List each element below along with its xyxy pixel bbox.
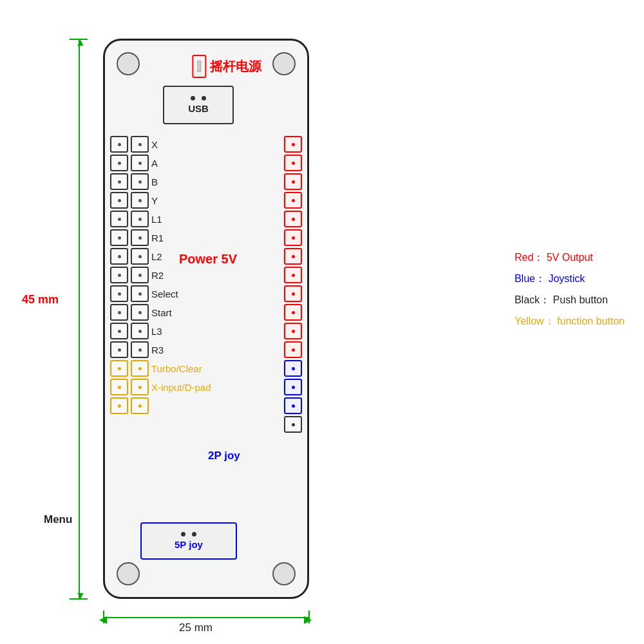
joy-5p-dot-1 <box>181 532 185 536</box>
pin-box-a1 <box>110 155 128 171</box>
pin-label-y: Y <box>151 195 209 206</box>
power-connector-inner <box>197 61 201 72</box>
legend-black: Black： Push button <box>515 294 625 307</box>
pin-box-b2 <box>131 173 149 190</box>
pin-box-start1 <box>110 304 128 321</box>
pin-row-a: A <box>110 155 211 171</box>
pin-box-turbo2 <box>131 360 149 377</box>
pin-label-l3: L3 <box>151 326 209 337</box>
pin-box-x <box>110 136 128 153</box>
corner-circle-bl <box>117 562 140 585</box>
menu-label: Menu <box>44 513 72 526</box>
dim-vert-line <box>79 39 80 599</box>
right-pin-6 <box>284 229 302 246</box>
corner-circle-br <box>272 562 296 585</box>
usb-connector: USB <box>163 86 234 124</box>
right-pin-11 <box>284 323 302 339</box>
power-connector <box>192 55 206 78</box>
dim-horiz-line <box>103 617 309 618</box>
corner-circle-tl <box>117 52 140 75</box>
pin-row-y: Y <box>110 192 211 209</box>
pin-label-select: Select <box>151 289 209 299</box>
pin-box-l2b <box>131 248 149 265</box>
usb-label: USB <box>188 103 209 114</box>
pin-row-menu <box>110 397 211 414</box>
legend: Red： 5V Output Blue： Joystick Black： Pus… <box>515 251 625 336</box>
pin-box-y2 <box>131 192 149 209</box>
pin-box-b1 <box>110 173 128 190</box>
pin-label-xinput: X-input/D-pad <box>151 382 211 393</box>
dim-tick-right <box>308 611 310 623</box>
right-pin-black-1 <box>284 416 302 433</box>
pin-label-r2: R2 <box>151 270 209 281</box>
right-pin-4 <box>284 192 302 209</box>
right-pin-1 <box>284 136 302 153</box>
pin-label-b: B <box>151 176 209 187</box>
pin-row-l1: L1 <box>110 211 211 227</box>
pin-box-r3a <box>110 341 128 358</box>
pin-box-menu2 <box>131 397 149 414</box>
right-pin-12 <box>284 341 302 358</box>
pin-box-r3b <box>131 341 149 358</box>
right-pins <box>284 136 302 433</box>
pin-box-l1b <box>131 211 149 227</box>
dim-tick-top <box>70 39 88 40</box>
usb-dots <box>191 96 206 100</box>
joy-5p-connector: 5P joy <box>140 522 237 560</box>
pin-row-x: X <box>110 136 211 153</box>
right-pin-10 <box>284 304 302 321</box>
joy-2p-text: 2P joy <box>208 450 240 462</box>
legend-yellow: Yellow： function button <box>515 315 625 328</box>
usb-dot-2 <box>202 96 206 100</box>
pin-label-a: A <box>151 158 209 169</box>
pin-box-xinput1 <box>110 379 128 395</box>
pin-label-r1: R1 <box>151 232 209 243</box>
right-pin-blue-2 <box>284 379 302 395</box>
pin-row-xinput: X-input/D-pad <box>110 379 211 395</box>
legend-red: Red： 5V Output <box>515 251 625 265</box>
pin-row-r3: R3 <box>110 341 211 358</box>
pin-label-l1: L1 <box>151 214 209 225</box>
pin-box-l3b <box>131 323 149 339</box>
pin-row-b: B <box>110 173 211 190</box>
dim-tick-left <box>103 611 104 623</box>
right-pin-8 <box>284 267 302 283</box>
dim-horiz-arrow-right: ▶ <box>304 613 312 625</box>
right-pin-5 <box>284 211 302 227</box>
pin-box-turbo1 <box>110 360 128 377</box>
pin-label-turbo: Turbo/Clear <box>151 363 209 374</box>
left-pins: X A B Y L1 <box>110 136 211 414</box>
pin-row-select: Select <box>110 285 211 302</box>
pin-row-r1: R1 <box>110 229 211 246</box>
pin-box-l2a <box>110 248 128 265</box>
right-pin-2 <box>284 155 302 171</box>
pin-box-r1b <box>131 229 149 246</box>
pin-box-l1a <box>110 211 128 227</box>
right-pin-7 <box>284 248 302 265</box>
legend-blue: Blue： Joystick <box>515 272 625 286</box>
pin-row-turbo: Turbo/Clear <box>110 360 211 377</box>
pin-box-r2b <box>131 267 149 283</box>
pin-label-x: X <box>151 139 209 150</box>
pcb-board: 摇杆电源 USB Power 5V 2P joy 5P joy <box>103 39 309 599</box>
pin-box-l3a <box>110 323 128 339</box>
pin-box-r2a <box>110 267 128 283</box>
pin-box-y1 <box>110 192 128 209</box>
pin-box-select2 <box>131 285 149 302</box>
pin-label-l2: L2 <box>151 251 209 262</box>
right-pin-blue-1 <box>284 360 302 377</box>
pin-label-r3: R3 <box>151 345 209 355</box>
pin-label-start: Start <box>151 307 209 318</box>
right-pin-9 <box>284 285 302 302</box>
dim-25mm-label: 25 mm <box>179 621 213 634</box>
right-pin-blue-3 <box>284 397 302 414</box>
dim-45mm-label: 45 mm <box>22 293 59 307</box>
corner-circle-tr <box>272 52 296 75</box>
page-container: 摇杆电源 USB Power 5V 2P joy 5P joy <box>0 0 644 644</box>
joy-5p-dot-2 <box>192 532 196 536</box>
pin-box-start2 <box>131 304 149 321</box>
pin-box-x2 <box>131 136 149 153</box>
right-pin-3 <box>284 173 302 190</box>
usb-dot-1 <box>191 96 195 100</box>
board-title: 摇杆电源 <box>210 58 261 75</box>
